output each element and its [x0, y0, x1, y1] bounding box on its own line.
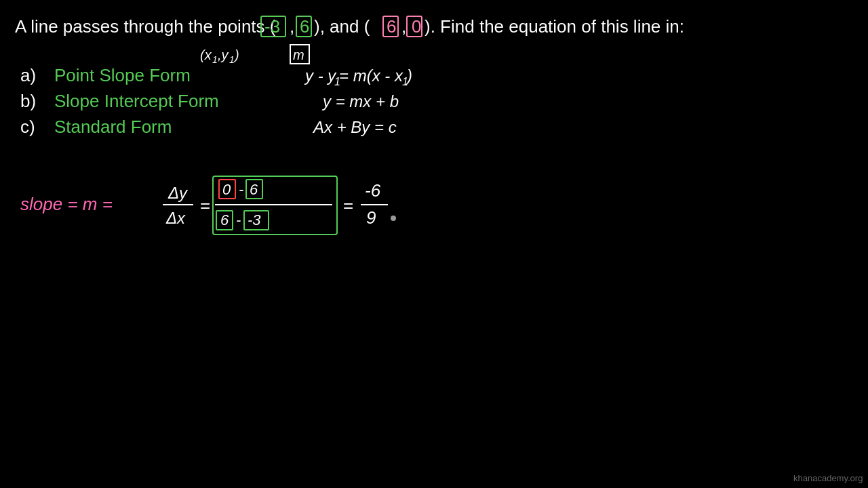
svg-rect-48: [244, 211, 269, 230]
svg-text:Slope Intercept Form: Slope Intercept Form: [54, 91, 219, 111]
svg-text:Point Slope Form: Point Slope Form: [54, 65, 191, 85]
svg-text:b): b): [20, 91, 36, 111]
svg-text:m: m: [293, 47, 304, 62]
svg-rect-8: [383, 16, 398, 37]
svg-text:a): a): [20, 65, 36, 85]
svg-text:,: ,: [290, 16, 294, 37]
svg-text:Δx: Δx: [165, 209, 186, 227]
svg-text:y = mx + b: y = mx + b: [321, 92, 399, 110]
svg-text:6: 6: [220, 211, 229, 228]
svg-text:), and (: ), and (: [314, 16, 370, 37]
svg-text:slope = m =: slope = m =: [20, 194, 113, 214]
svg-rect-39: [219, 180, 235, 199]
svg-text:-3: -3: [248, 211, 261, 228]
svg-text:y - y: y - y: [304, 66, 337, 85]
svg-text:). Find the equation of this l: ). Find the equation of this line in:: [425, 16, 684, 37]
svg-text:,: ,: [401, 16, 406, 37]
main-canvas: A line passes through the points ( -3 , …: [0, 0, 868, 488]
svg-text:-: -: [236, 211, 241, 228]
svg-text:): ): [405, 66, 412, 85]
svg-text:= m(x - x: = m(x - x: [339, 66, 403, 85]
svg-rect-19: [290, 45, 309, 64]
svg-text:6: 6: [250, 181, 258, 198]
svg-text:-3: -3: [264, 16, 280, 37]
svg-text:Standard Form: Standard Form: [54, 117, 172, 137]
svg-text:0: 0: [222, 181, 231, 198]
svg-text:khanacademy.org: khanacademy.org: [793, 473, 863, 483]
svg-text:=: =: [200, 195, 210, 216]
svg-text:6: 6: [387, 16, 396, 37]
svg-text:A line passes through the poin: A line passes through the points (: [15, 16, 276, 37]
svg-text:-6: -6: [365, 180, 381, 201]
svg-text:1: 1: [212, 54, 218, 65]
svg-point-54: [391, 216, 396, 221]
svg-text:,y: ,y: [218, 47, 229, 62]
svg-text:(x: (x: [200, 47, 212, 62]
svg-text:c): c): [20, 117, 35, 137]
svg-text:-: -: [239, 181, 243, 198]
svg-text:0: 0: [412, 16, 421, 37]
svg-rect-42: [246, 180, 262, 199]
svg-text:1: 1: [229, 54, 235, 65]
svg-rect-49: [213, 176, 337, 235]
svg-text:Δy: Δy: [167, 184, 189, 202]
svg-text:Ax + By = c: Ax + By = c: [312, 118, 397, 136]
svg-text:1: 1: [402, 76, 408, 87]
svg-rect-2: [261, 16, 285, 37]
svg-rect-5: [296, 16, 311, 37]
svg-text:9: 9: [366, 207, 376, 228]
math-svg: A line passes through the points ( -3 , …: [0, 0, 868, 488]
svg-text:6: 6: [300, 16, 309, 37]
svg-rect-45: [216, 211, 233, 230]
svg-text:=: =: [343, 195, 353, 216]
svg-text:): ): [233, 47, 239, 62]
svg-rect-11: [407, 16, 422, 37]
svg-text:1: 1: [334, 76, 340, 87]
